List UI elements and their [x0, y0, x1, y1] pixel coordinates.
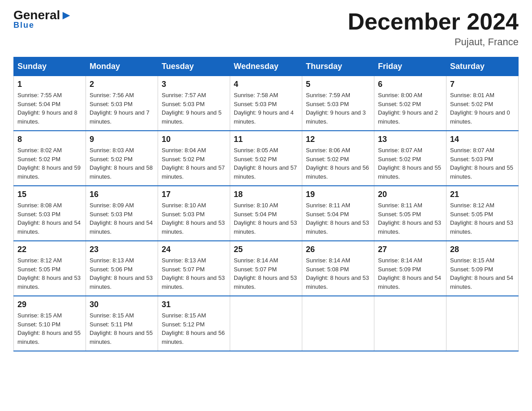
day-info: Sunrise: 7:56 AMSunset: 5:03 PMDaylight:… — [90, 91, 154, 126]
logo-text: General► — [13, 9, 73, 21]
calendar-cell: 10 Sunrise: 8:04 AMSunset: 5:02 PMDaylig… — [158, 131, 230, 186]
calendar-cell: 24 Sunrise: 8:13 AMSunset: 5:07 PMDaylig… — [158, 241, 230, 296]
day-info: Sunrise: 8:15 AMSunset: 5:11 PMDaylight:… — [90, 311, 154, 346]
calendar-cell: 18 Sunrise: 8:10 AMSunset: 5:04 PMDaylig… — [230, 186, 302, 241]
day-info: Sunrise: 8:15 AMSunset: 5:10 PMDaylight:… — [17, 311, 82, 346]
day-info: Sunrise: 8:14 AMSunset: 5:09 PMDaylight:… — [378, 256, 442, 291]
location: Pujaut, France — [348, 36, 519, 48]
day-info: Sunrise: 8:09 AMSunset: 5:03 PMDaylight:… — [90, 201, 154, 236]
day-number: 19 — [306, 190, 370, 199]
calendar-cell: 28 Sunrise: 8:15 AMSunset: 5:09 PMDaylig… — [446, 241, 519, 296]
calendar-cell: 19 Sunrise: 8:11 AMSunset: 5:04 PMDaylig… — [302, 186, 374, 241]
day-info: Sunrise: 8:03 AMSunset: 5:02 PMDaylight:… — [90, 146, 154, 181]
day-info: Sunrise: 8:14 AMSunset: 5:07 PMDaylight:… — [234, 256, 298, 291]
day-info: Sunrise: 8:01 AMSunset: 5:02 PMDaylight:… — [450, 91, 515, 126]
calendar-cell: 31 Sunrise: 8:15 AMSunset: 5:12 PMDaylig… — [158, 296, 230, 351]
day-number: 16 — [90, 190, 154, 199]
calendar-cell: 3 Sunrise: 7:57 AMSunset: 5:03 PMDayligh… — [158, 76, 230, 131]
day-info: Sunrise: 8:13 AMSunset: 5:07 PMDaylight:… — [162, 256, 226, 291]
calendar-cell — [230, 296, 302, 351]
day-number: 26 — [306, 245, 370, 254]
day-info: Sunrise: 8:07 AMSunset: 5:03 PMDaylight:… — [450, 146, 515, 181]
day-number: 9 — [90, 135, 154, 144]
day-info: Sunrise: 8:10 AMSunset: 5:03 PMDaylight:… — [162, 201, 226, 236]
logo-general: General — [13, 8, 60, 22]
calendar-cell: 16 Sunrise: 8:09 AMSunset: 5:03 PMDaylig… — [86, 186, 158, 241]
header-right: December 2024 Pujaut, France — [348, 9, 519, 48]
day-info: Sunrise: 8:10 AMSunset: 5:04 PMDaylight:… — [234, 201, 298, 236]
day-info: Sunrise: 8:05 AMSunset: 5:02 PMDaylight:… — [234, 146, 298, 181]
day-number: 10 — [162, 135, 226, 144]
page-header: General► Blue December 2024 Pujaut, Fran… — [13, 9, 519, 48]
day-number: 18 — [234, 190, 298, 199]
day-number: 4 — [234, 80, 298, 89]
calendar-day-header: Tuesday — [158, 57, 230, 76]
day-number: 11 — [234, 135, 298, 144]
day-info: Sunrise: 8:12 AMSunset: 5:05 PMDaylight:… — [17, 256, 82, 291]
calendar-cell: 8 Sunrise: 8:02 AMSunset: 5:02 PMDayligh… — [14, 131, 86, 186]
calendar-cell: 27 Sunrise: 8:14 AMSunset: 5:09 PMDaylig… — [374, 241, 446, 296]
calendar-cell: 15 Sunrise: 8:08 AMSunset: 5:03 PMDaylig… — [14, 186, 86, 241]
day-number: 8 — [17, 135, 82, 144]
calendar-cell: 23 Sunrise: 8:13 AMSunset: 5:06 PMDaylig… — [86, 241, 158, 296]
day-number: 30 — [90, 300, 154, 309]
day-info: Sunrise: 7:55 AMSunset: 5:04 PMDaylight:… — [17, 91, 82, 126]
day-info: Sunrise: 8:12 AMSunset: 5:05 PMDaylight:… — [450, 201, 515, 236]
day-number: 20 — [378, 190, 442, 199]
day-number: 24 — [162, 245, 226, 254]
calendar-cell: 25 Sunrise: 8:14 AMSunset: 5:07 PMDaylig… — [230, 241, 302, 296]
day-number: 2 — [90, 80, 154, 89]
day-info: Sunrise: 8:11 AMSunset: 5:04 PMDaylight:… — [306, 201, 370, 236]
calendar-cell: 4 Sunrise: 7:58 AMSunset: 5:03 PMDayligh… — [230, 76, 302, 131]
day-info: Sunrise: 8:14 AMSunset: 5:08 PMDaylight:… — [306, 256, 370, 291]
calendar-day-header: Monday — [86, 57, 158, 76]
day-number: 31 — [162, 300, 226, 309]
calendar-cell: 7 Sunrise: 8:01 AMSunset: 5:02 PMDayligh… — [446, 76, 519, 131]
calendar-day-header: Saturday — [446, 57, 519, 76]
logo-blue-text: Blue — [13, 21, 34, 30]
month-title: December 2024 — [348, 9, 519, 34]
calendar-cell: 14 Sunrise: 8:07 AMSunset: 5:03 PMDaylig… — [446, 131, 519, 186]
day-number: 25 — [234, 245, 298, 254]
day-info: Sunrise: 8:00 AMSunset: 5:02 PMDaylight:… — [378, 91, 442, 126]
calendar-header-row: SundayMondayTuesdayWednesdayThursdayFrid… — [14, 57, 519, 76]
calendar-cell: 22 Sunrise: 8:12 AMSunset: 5:05 PMDaylig… — [14, 241, 86, 296]
calendar-cell: 1 Sunrise: 7:55 AMSunset: 5:04 PMDayligh… — [14, 76, 86, 131]
calendar-week-row: 22 Sunrise: 8:12 AMSunset: 5:05 PMDaylig… — [14, 241, 519, 296]
day-number: 22 — [17, 245, 82, 254]
calendar-day-header: Wednesday — [230, 57, 302, 76]
day-info: Sunrise: 8:08 AMSunset: 5:03 PMDaylight:… — [17, 201, 82, 236]
day-number: 14 — [450, 135, 515, 144]
day-info: Sunrise: 7:57 AMSunset: 5:03 PMDaylight:… — [162, 91, 226, 126]
day-info: Sunrise: 8:07 AMSunset: 5:02 PMDaylight:… — [378, 146, 442, 181]
calendar-day-header: Sunday — [14, 57, 86, 76]
day-info: Sunrise: 8:15 AMSunset: 5:09 PMDaylight:… — [450, 256, 515, 291]
day-number: 21 — [450, 190, 515, 199]
calendar-cell: 26 Sunrise: 8:14 AMSunset: 5:08 PMDaylig… — [302, 241, 374, 296]
calendar-cell: 20 Sunrise: 8:11 AMSunset: 5:05 PMDaylig… — [374, 186, 446, 241]
calendar-cell: 13 Sunrise: 8:07 AMSunset: 5:02 PMDaylig… — [374, 131, 446, 186]
calendar-cell: 5 Sunrise: 7:59 AMSunset: 5:03 PMDayligh… — [302, 76, 374, 131]
calendar-cell — [446, 296, 519, 351]
day-number: 27 — [378, 245, 442, 254]
day-info: Sunrise: 7:59 AMSunset: 5:03 PMDaylight:… — [306, 91, 370, 126]
calendar-week-row: 8 Sunrise: 8:02 AMSunset: 5:02 PMDayligh… — [14, 131, 519, 186]
calendar-cell: 12 Sunrise: 8:06 AMSunset: 5:02 PMDaylig… — [302, 131, 374, 186]
day-number: 28 — [450, 245, 515, 254]
calendar-cell: 6 Sunrise: 8:00 AMSunset: 5:02 PMDayligh… — [374, 76, 446, 131]
day-number: 6 — [378, 80, 442, 89]
calendar-day-header: Thursday — [302, 57, 374, 76]
calendar-cell: 29 Sunrise: 8:15 AMSunset: 5:10 PMDaylig… — [14, 296, 86, 351]
calendar-week-row: 15 Sunrise: 8:08 AMSunset: 5:03 PMDaylig… — [14, 186, 519, 241]
calendar-table: SundayMondayTuesdayWednesdayThursdayFrid… — [13, 57, 519, 351]
calendar-cell: 17 Sunrise: 8:10 AMSunset: 5:03 PMDaylig… — [158, 186, 230, 241]
calendar-week-row: 29 Sunrise: 8:15 AMSunset: 5:10 PMDaylig… — [14, 296, 519, 351]
logo-arrow-icon: ► — [60, 8, 73, 22]
day-info: Sunrise: 8:15 AMSunset: 5:12 PMDaylight:… — [162, 311, 226, 346]
calendar-cell: 21 Sunrise: 8:12 AMSunset: 5:05 PMDaylig… — [446, 186, 519, 241]
day-number: 29 — [17, 300, 82, 309]
day-number: 5 — [306, 80, 370, 89]
day-number: 3 — [162, 80, 226, 89]
day-number: 13 — [378, 135, 442, 144]
day-info: Sunrise: 8:13 AMSunset: 5:06 PMDaylight:… — [90, 256, 154, 291]
